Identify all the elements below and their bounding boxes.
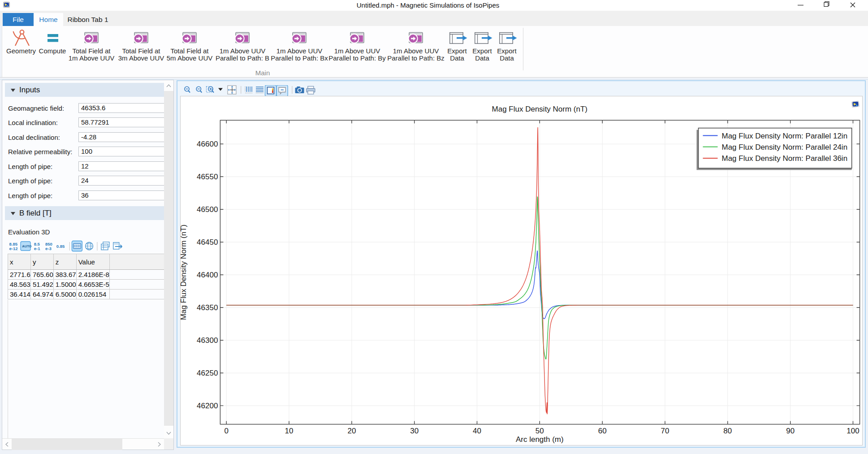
svg-text:Mag Flux Density Norm (nT): Mag Flux Density Norm (nT) bbox=[180, 225, 188, 320]
svg-text:46350: 46350 bbox=[197, 303, 218, 312]
svg-text:46300: 46300 bbox=[197, 336, 218, 345]
svg-text:e-1: e-1 bbox=[34, 246, 40, 251]
svg-text:Mag Flux Density Norm (nT): Mag Flux Density Norm (nT) bbox=[492, 105, 587, 113]
svg-text:0.85: 0.85 bbox=[56, 244, 65, 249]
svg-text:80: 80 bbox=[723, 427, 732, 435]
svg-text:60: 60 bbox=[598, 427, 607, 435]
svg-text:e-12: e-12 bbox=[9, 246, 18, 251]
svg-text:Arc length (m): Arc length (m) bbox=[516, 435, 564, 444]
svg-text:100: 100 bbox=[846, 427, 859, 435]
svg-text:50: 50 bbox=[535, 427, 544, 435]
svg-text:Mag Flux Density Norm: Paralle: Mag Flux Density Norm: Parallel 36in bbox=[722, 154, 848, 163]
svg-text:40: 40 bbox=[473, 427, 481, 435]
svg-text:46600: 46600 bbox=[197, 140, 218, 148]
svg-text:70: 70 bbox=[661, 427, 669, 435]
svg-text:10: 10 bbox=[285, 427, 294, 435]
svg-text:e-3: e-3 bbox=[45, 246, 52, 251]
svg-text:90: 90 bbox=[786, 427, 795, 435]
svg-text:Mag Flux Density Norm: Paralle: Mag Flux Density Norm: Parallel 24in bbox=[722, 143, 848, 151]
svg-text:46450: 46450 bbox=[197, 238, 218, 246]
svg-text:46400: 46400 bbox=[197, 271, 218, 279]
svg-text:46550: 46550 bbox=[197, 173, 218, 181]
svg-text:46250: 46250 bbox=[197, 369, 218, 377]
svg-text:46200: 46200 bbox=[197, 402, 218, 410]
svg-text:30: 30 bbox=[410, 427, 419, 435]
svg-text:0: 0 bbox=[224, 427, 228, 435]
svg-text:20: 20 bbox=[347, 427, 356, 435]
svg-text:AUTO: AUTO bbox=[22, 244, 31, 248]
svg-text:Mag Flux Density Norm: Paralle: Mag Flux Density Norm: Parallel 12in bbox=[722, 132, 848, 140]
svg-text:46500: 46500 bbox=[197, 205, 218, 214]
